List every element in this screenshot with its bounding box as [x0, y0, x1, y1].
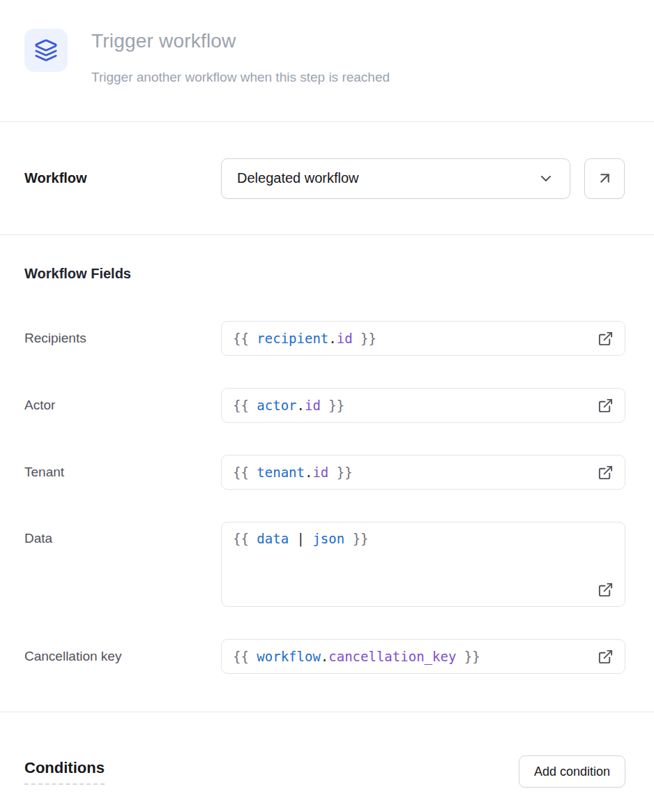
trigger-workflow-panel: Trigger workflow Trigger another workflo…: [0, 0, 654, 812]
external-link-icon[interactable]: [598, 649, 614, 665]
panel-header: Trigger workflow Trigger another workflo…: [0, 0, 654, 122]
liquid-template-value: {{ recipient.id }}: [233, 331, 377, 346]
step-name-title[interactable]: Trigger workflow: [91, 29, 390, 53]
liquid-template-input[interactable]: {{ data | json }}: [221, 522, 625, 607]
field-row: Cancellation key {{ workflow.cancellatio…: [24, 639, 625, 674]
workflow-label: Workflow: [24, 170, 87, 186]
arrow-up-right-icon: [596, 170, 614, 187]
liquid-template-value: {{ actor.id }}: [233, 398, 344, 413]
field-row: Recipients {{ recipient.id }}: [24, 321, 625, 356]
layers-icon: [34, 38, 58, 62]
field-row: Data {{ data | json }}: [24, 522, 625, 607]
chevron-down-icon: [538, 170, 554, 187]
liquid-template-input[interactable]: {{ workflow.cancellation_key }}: [221, 639, 625, 674]
workflow-select-row: Workflow Delegated workflow: [0, 122, 654, 235]
workflow-select[interactable]: Delegated workflow: [221, 158, 570, 199]
workflow-select-value: Delegated workflow: [237, 170, 359, 186]
workflow-fields-heading: Workflow Fields: [24, 266, 625, 282]
liquid-template-input[interactable]: {{ recipient.id }}: [221, 321, 625, 356]
liquid-template-input[interactable]: {{ actor.id }}: [221, 388, 625, 423]
field-row: Tenant {{ tenant.id }}: [24, 455, 625, 490]
liquid-template-input[interactable]: {{ tenant.id }}: [221, 455, 625, 490]
external-link-icon[interactable]: [598, 582, 614, 598]
field-label: Recipients: [24, 331, 221, 346]
add-condition-button[interactable]: Add condition: [519, 755, 625, 788]
field-row: Actor {{ actor.id }}: [24, 388, 625, 423]
workflow-fields-list: Recipients {{ recipient.id }} Actor {{ a…: [24, 321, 625, 674]
external-link-icon[interactable]: [598, 398, 614, 414]
step-description: Trigger another workflow when this step …: [91, 69, 390, 86]
workflow-fields-section: Workflow Fields Recipients {{ recipient.…: [0, 235, 654, 712]
conditions-section: Conditions Add condition: [0, 712, 654, 788]
open-workflow-button[interactable]: [584, 158, 625, 199]
conditions-heading: Conditions: [24, 759, 105, 785]
field-label: Actor: [24, 398, 221, 413]
field-label: Cancellation key: [24, 649, 221, 664]
liquid-template-value: {{ workflow.cancellation_key }}: [233, 649, 480, 664]
step-icon-box: [24, 29, 68, 72]
liquid-template-value: {{ data | json }}: [233, 531, 614, 546]
field-label: Tenant: [24, 465, 221, 480]
external-link-icon[interactable]: [598, 465, 614, 481]
field-label: Data: [24, 522, 221, 546]
external-link-icon[interactable]: [598, 331, 614, 347]
liquid-template-value: {{ tenant.id }}: [233, 465, 353, 480]
